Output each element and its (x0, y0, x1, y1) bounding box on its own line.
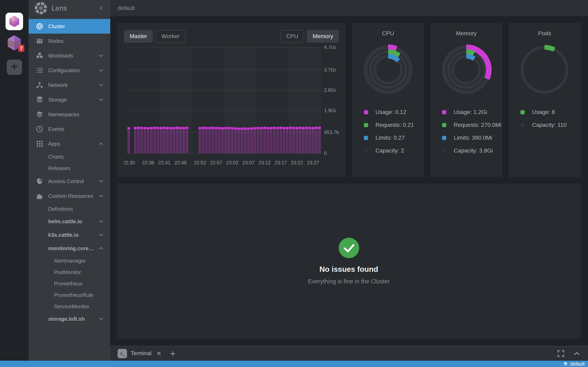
sidebar-item-workloads[interactable]: Workloads (29, 48, 110, 63)
sidebar-item-cluster[interactable]: Cluster (29, 19, 110, 34)
sidebar-item-configuration[interactable]: Configuration (29, 63, 110, 78)
legend-row: Capacity: 3.8Gi (442, 147, 502, 154)
active-namespace[interactable]: default (570, 361, 585, 367)
chevron-down-icon (99, 220, 103, 223)
add-cluster-button[interactable]: + (7, 59, 22, 75)
sidebar-item-label: Network (48, 82, 96, 88)
cluster-rail: 7 + (0, 0, 29, 361)
sidebar-item-servicemonitor[interactable]: ServiceMonitor (29, 301, 110, 312)
cluster-icon-active[interactable] (6, 13, 23, 30)
donut-chart-memory (440, 43, 493, 96)
sidebar-item-label: ServiceMonitor (54, 303, 110, 310)
sidebar-item-label: Workloads (48, 53, 96, 59)
terminal-tab-label[interactable]: Terminal (131, 350, 151, 357)
tab-memory[interactable]: Memory (307, 30, 339, 43)
tab-worker[interactable]: Worker (156, 30, 186, 43)
new-terminal-icon[interactable]: + (170, 350, 176, 358)
legend-label: Capacity: 2 (375, 147, 404, 154)
sidebar-item-events[interactable]: Events (29, 122, 110, 136)
sidebar-item-definitions[interactable]: Definitions (29, 203, 110, 215)
tab-cpu[interactable]: CPU (281, 30, 304, 43)
legend-swatch (442, 123, 446, 127)
sidebar-item-label: Alertmanager (54, 258, 110, 264)
sidebar-item-label: Charts (48, 154, 110, 160)
main-area: default MasterWorker CPUMemory 4.7Gi3.7G… (110, 0, 588, 361)
svg-text:23:07: 23:07 (242, 160, 255, 165)
donut-chart-pods (518, 43, 571, 96)
legend-swatch (364, 136, 368, 140)
sidebar-item-label: PrometheusRule (54, 292, 110, 298)
gauge-legend: Usage: 8Capacity: 110 (520, 109, 581, 128)
legend-row: Capacity: 2 (364, 147, 424, 154)
sidebar-item-alertmanager[interactable]: Alertmanager (29, 255, 110, 267)
sidebar-item-label: Nodes (48, 38, 110, 44)
cluster-metrics-panel: MasterWorker CPUMemory 4.7Gi3.7Gi2.8Gi1.… (117, 23, 346, 177)
sidebar-item-prometheus[interactable]: Prometheus (29, 278, 110, 289)
sidebar-item-podmonitor[interactable]: PodMonitor (29, 267, 110, 278)
sidebar-item-access-control[interactable]: Access Control (29, 174, 110, 189)
issues-panel: No issues found Everything is fine in th… (117, 184, 581, 339)
sidebar-item-label: k3s.cattle.io (48, 232, 96, 238)
legend-swatch (442, 149, 446, 153)
sidebar-item-monitoring-coreos[interactable]: monitoring.coreos… (29, 242, 110, 255)
collapse-sidebar-icon[interactable] (99, 5, 103, 11)
node-type-tabs: MasterWorker (124, 30, 185, 43)
svg-text:953.7Mi: 953.7Mi (324, 129, 339, 135)
expand-dock-icon[interactable] (574, 352, 580, 355)
legend-label: Capacity: 3.8Gi (454, 147, 493, 154)
terminal-icon[interactable]: >_ (118, 349, 127, 358)
svg-text:23:17: 23:17 (275, 160, 287, 165)
sidebar-item-storage[interactable]: Storage (29, 92, 110, 107)
configuration-icon (35, 67, 44, 74)
sidebar-item-label: helm.cattle.io (48, 218, 96, 225)
sidebar-item-prometheusrule[interactable]: PrometheusRule (29, 289, 110, 301)
legend-label: Requests: 270.0Mi (454, 122, 501, 128)
legend-swatch (520, 110, 525, 114)
gauge-panel-pods: PodsUsage: 8Capacity: 110 (509, 23, 581, 177)
svg-text:22:36: 22:36 (142, 160, 154, 165)
sidebar-item-releases[interactable]: Releases (29, 162, 110, 174)
close-terminal-icon[interactable]: ✕ (156, 350, 162, 357)
legend-swatch (364, 123, 368, 127)
gauge-legend: Usage: 0.12Requests: 0.21Limits: 0.27Cap… (364, 109, 424, 154)
sidebar-item-label: Releases (48, 165, 110, 171)
sidebar-item-namespaces[interactable]: Namespaces (29, 107, 110, 122)
sidebar-item-label: Events (48, 126, 110, 132)
chevron-up-icon (99, 247, 103, 250)
sidebar-item-nodes[interactable]: Nodes (29, 34, 110, 48)
kubernetes-wheel-icon (35, 22, 44, 30)
svg-text:22:41: 22:41 (158, 160, 171, 165)
legend-swatch (364, 110, 368, 114)
legend-label: Limits: 390.0Mi (454, 134, 492, 141)
legend-label: Usage: 1.2Gi (454, 109, 487, 115)
sidebar-item-storage-loft-sh[interactable]: storage.loft.sh (29, 312, 110, 325)
sidebar-item-k3s-cattle-io[interactable]: k3s.cattle.io (29, 228, 110, 242)
svg-text:23:27: 23:27 (307, 160, 319, 165)
workloads-icon (35, 52, 44, 59)
gauge-legend: Usage: 1.2GiRequests: 270.0MiLimits: 390… (442, 109, 502, 154)
svg-text:1.9Gi: 1.9Gi (324, 108, 336, 113)
issues-subtitle: Everything is fine in the Cluster (308, 278, 390, 285)
gauge-panels: CPUUsage: 0.12Requests: 0.21Limits: 0.27… (352, 23, 581, 177)
sidebar-item-charts[interactable]: Charts (29, 151, 110, 162)
chevron-up-icon (99, 142, 103, 146)
sidebar-item-custom-resources[interactable]: Custom Resources (29, 189, 110, 203)
chevron-down-icon (99, 317, 103, 321)
sidebar-item-network[interactable]: Network (29, 78, 110, 92)
svg-text:23:02: 23:02 (226, 160, 238, 165)
sidebar-item-label: Definitions (48, 206, 110, 212)
legend-label: Requests: 0.21 (375, 122, 414, 128)
sidebar-item-label: PodMonitor (54, 269, 110, 275)
custom-resources-icon (35, 192, 44, 200)
legend-label: Limits: 0.27 (375, 134, 405, 141)
sidebar-item-label: Namespaces (48, 111, 110, 118)
svg-text:22:57: 22:57 (210, 160, 222, 165)
sidebar-menu: ClusterNodesWorkloadsConfigurationNetwor… (29, 17, 110, 361)
tab-master[interactable]: Master (124, 30, 153, 43)
sidebar-item-apps[interactable]: Apps (29, 136, 110, 151)
cluster-icon-secondary[interactable]: 7 (6, 34, 23, 52)
fullscreen-icon[interactable] (557, 350, 564, 357)
issues-title: No issues found (320, 265, 378, 274)
sidebar-item-helm-cattle-io[interactable]: helm.cattle.io (29, 215, 110, 228)
app-title: Lens (52, 4, 99, 12)
